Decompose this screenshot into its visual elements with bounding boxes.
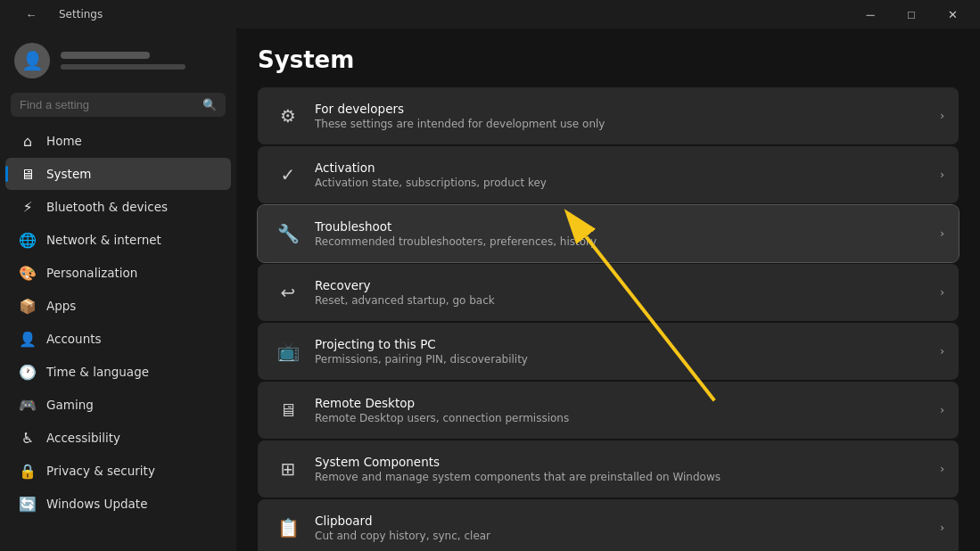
sidebar-item-home[interactable]: ⌂Home	[5, 125, 231, 157]
settings-list: ⚙For developersThese settings are intend…	[258, 87, 959, 551]
sidebar-item-gaming[interactable]: 🎮Gaming	[5, 389, 231, 421]
window-controls: ─ □ ✕	[850, 0, 973, 29]
sidebar-item-personalization[interactable]: 🎨Personalization	[5, 257, 231, 289]
sidebar-item-label-home: Home	[46, 134, 82, 148]
for-developers-label: For developers	[315, 102, 933, 116]
settings-item-recovery[interactable]: ↩RecoveryReset, advanced startup, go bac…	[258, 264, 959, 321]
sidebar-item-apps[interactable]: 📦Apps	[5, 290, 231, 322]
projecting-chevron-icon: ›	[940, 345, 944, 358]
sidebar-item-network[interactable]: 🌐Network & internet	[5, 224, 231, 256]
sidebar-item-label-accounts: Accounts	[46, 332, 102, 346]
clipboard-icon: 📋	[272, 512, 304, 544]
activation-chevron-icon: ›	[940, 169, 944, 181]
sidebar-item-privacy[interactable]: 🔒Privacy & security	[5, 455, 231, 487]
network-icon: 🌐	[20, 232, 36, 248]
system-components-desc: Remove and manage system components that…	[315, 471, 933, 483]
for-developers-text: For developersThese settings are intende…	[315, 102, 933, 130]
remote-desktop-chevron-icon: ›	[940, 404, 944, 416]
projecting-label: Projecting to this PC	[315, 337, 933, 351]
settings-item-remote-desktop[interactable]: 🖥Remote DesktopRemote Desktop users, con…	[258, 382, 959, 439]
settings-item-activation[interactable]: ✓ActivationActivation state, subscriptio…	[258, 146, 959, 203]
gaming-icon: 🎮	[20, 397, 36, 413]
user-name-placeholder	[61, 52, 150, 59]
minimize-button[interactable]: ─	[850, 0, 891, 29]
accessibility-icon: ♿	[20, 430, 36, 446]
activation-desc: Activation state, subscriptions, product…	[315, 177, 933, 189]
system-components-icon: ⊞	[272, 453, 304, 485]
search-icon: 🔍	[202, 98, 217, 111]
content-area: System ⚙For developersThese settings are…	[236, 29, 980, 551]
recovery-icon: ↩	[272, 276, 304, 308]
page-title: System	[258, 46, 959, 73]
settings-item-for-developers[interactable]: ⚙For developersThese settings are intend…	[258, 87, 959, 144]
remote-desktop-icon: 🖥	[272, 394, 304, 426]
search-input[interactable]	[20, 98, 195, 111]
clipboard-desc: Cut and copy history, sync, clear	[315, 530, 933, 542]
personalization-icon: 🎨	[20, 265, 36, 281]
app-title: Settings	[59, 8, 103, 21]
activation-label: Activation	[315, 160, 933, 175]
back-button[interactable]: ←	[11, 0, 52, 29]
user-info	[61, 52, 185, 70]
for-developers-icon: ⚙	[272, 100, 304, 132]
troubleshoot-icon: 🔧	[272, 218, 304, 250]
remote-desktop-text: Remote DesktopRemote Desktop users, conn…	[315, 396, 933, 424]
settings-item-system-components[interactable]: ⊞System ComponentsRemove and manage syst…	[258, 440, 959, 498]
remote-desktop-desc: Remote Desktop users, connection permiss…	[315, 412, 933, 424]
user-email-placeholder	[61, 64, 185, 70]
update-icon: 🔄	[20, 496, 36, 512]
projecting-icon: 📺	[272, 335, 304, 367]
recovery-text: RecoveryReset, advanced startup, go back	[315, 278, 933, 307]
sidebar-item-label-update: Windows Update	[46, 497, 147, 511]
sidebar-item-time[interactable]: 🕐Time & language	[5, 356, 231, 388]
for-developers-desc: These settings are intended for developm…	[315, 118, 933, 130]
sidebar-item-label-apps: Apps	[46, 299, 76, 313]
settings-item-troubleshoot[interactable]: 🔧TroubleshootRecommended troubleshooters…	[258, 205, 959, 262]
troubleshoot-text: TroubleshootRecommended troubleshooters,…	[315, 219, 933, 248]
apps-icon: 📦	[20, 298, 36, 314]
bluetooth-icon: ⚡	[20, 199, 36, 215]
sidebar-item-accessibility[interactable]: ♿Accessibility	[5, 422, 231, 454]
for-developers-chevron-icon: ›	[940, 110, 944, 122]
user-section[interactable]: 👤	[0, 32, 236, 93]
system-components-label: System Components	[315, 455, 933, 469]
titlebar: ← Settings ─ □ ✕	[0, 0, 980, 29]
sidebar-item-label-privacy: Privacy & security	[46, 464, 155, 478]
clipboard-chevron-icon: ›	[940, 522, 944, 534]
activation-text: ActivationActivation state, subscription…	[315, 160, 933, 189]
sidebar-item-label-personalization: Personalization	[46, 266, 137, 280]
active-indicator	[5, 166, 8, 182]
nav-list: ⌂Home🖥System⚡Bluetooth & devices🌐Network…	[0, 124, 236, 521]
privacy-icon: 🔒	[20, 463, 36, 479]
avatar: 👤	[14, 43, 50, 78]
accounts-icon: 👤	[20, 331, 36, 347]
home-icon: ⌂	[20, 133, 36, 149]
system-components-text: System ComponentsRemove and manage syste…	[315, 455, 933, 483]
recovery-label: Recovery	[315, 278, 933, 292]
troubleshoot-desc: Recommended troubleshooters, preferences…	[315, 235, 933, 248]
sidebar-item-label-gaming: Gaming	[46, 398, 94, 412]
sidebar-item-accounts[interactable]: 👤Accounts	[5, 323, 231, 355]
settings-item-projecting[interactable]: 📺Projecting to this PCPermissions, pairi…	[258, 323, 959, 380]
remote-desktop-label: Remote Desktop	[315, 396, 933, 410]
close-button[interactable]: ✕	[932, 0, 973, 29]
time-icon: 🕐	[20, 364, 36, 380]
titlebar-left: ← Settings	[11, 0, 103, 29]
projecting-desc: Permissions, pairing PIN, discoverabilit…	[315, 353, 933, 366]
troubleshoot-label: Troubleshoot	[315, 219, 933, 234]
recovery-desc: Reset, advanced startup, go back	[315, 294, 933, 307]
sidebar-item-system[interactable]: 🖥System	[5, 158, 231, 190]
maximize-button[interactable]: □	[891, 0, 932, 29]
sidebar-item-update[interactable]: 🔄Windows Update	[5, 488, 231, 520]
system-icon: 🖥	[20, 166, 36, 182]
system-components-chevron-icon: ›	[940, 463, 944, 475]
app-body: 👤 🔍 ⌂Home🖥System⚡Bluetooth & devices🌐Net…	[0, 29, 980, 551]
sidebar-item-label-accessibility: Accessibility	[46, 431, 120, 445]
projecting-text: Projecting to this PCPermissions, pairin…	[315, 337, 933, 366]
settings-item-clipboard[interactable]: 📋ClipboardCut and copy history, sync, cl…	[258, 499, 959, 551]
recovery-chevron-icon: ›	[940, 286, 944, 299]
sidebar-item-label-system: System	[46, 167, 91, 181]
search-box[interactable]: 🔍	[11, 93, 226, 117]
clipboard-text: ClipboardCut and copy history, sync, cle…	[315, 514, 933, 542]
sidebar-item-bluetooth[interactable]: ⚡Bluetooth & devices	[5, 191, 231, 223]
